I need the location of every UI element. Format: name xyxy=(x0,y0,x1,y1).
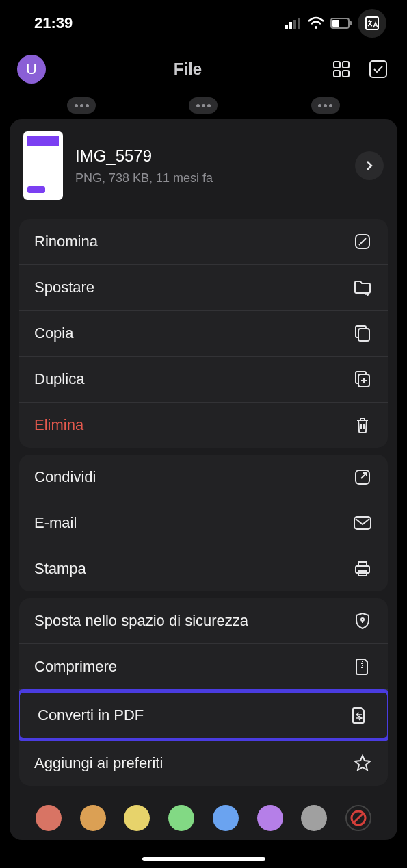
favorite-button[interactable]: Aggiungi ai preferiti xyxy=(19,741,388,786)
share-button[interactable]: Condividi xyxy=(19,455,388,500)
secure-space-button[interactable]: Sposta nello spazio di sicurezza xyxy=(19,598,388,644)
color-tags xyxy=(10,793,397,834)
status-time: 21:39 xyxy=(34,14,73,32)
color-tag-red[interactable] xyxy=(36,805,62,831)
battery-icon xyxy=(330,18,352,29)
edit-icon xyxy=(352,231,373,252)
print-button[interactable]: Stampa xyxy=(19,546,388,591)
svg-rect-12 xyxy=(343,71,349,77)
cellular-icon xyxy=(285,18,302,29)
more-icon xyxy=(311,97,340,114)
color-tag-blue[interactable] xyxy=(213,805,239,831)
menu-label: Stampa xyxy=(34,560,86,578)
color-tag-orange[interactable] xyxy=(80,805,106,831)
svg-rect-15 xyxy=(358,329,369,341)
no-color-icon xyxy=(347,806,370,830)
select-icon[interactable] xyxy=(367,58,390,81)
svg-rect-2 xyxy=(293,20,296,29)
header-actions xyxy=(330,58,390,81)
color-tag-green[interactable] xyxy=(168,805,194,831)
mail-icon xyxy=(352,513,373,533)
svg-rect-6 xyxy=(332,20,339,27)
menu-label: Spostare xyxy=(34,279,94,296)
menu-label: Condividi xyxy=(34,468,96,486)
rename-button[interactable]: Rinomina xyxy=(19,219,388,265)
background-hints xyxy=(0,94,407,119)
action-sheet: IMG_5579 PNG, 738 KB, 11 mesi fa Rinomin… xyxy=(10,119,397,840)
duplicate-button[interactable]: Duplica xyxy=(19,357,388,403)
menu-label: Elimina xyxy=(34,416,83,434)
menu-group-tools: Sposta nello spazio di sicurezza Comprim… xyxy=(19,598,388,786)
menu-label: Comprimere xyxy=(34,658,117,676)
delete-button[interactable]: Elimina xyxy=(19,403,388,448)
menu-label: E-mail xyxy=(34,514,77,532)
share-icon xyxy=(352,467,373,487)
email-button[interactable]: E-mail xyxy=(19,500,388,546)
color-tag-yellow[interactable] xyxy=(124,805,150,831)
svg-rect-1 xyxy=(289,22,292,29)
menu-label: Rinomina xyxy=(34,233,98,251)
menu-group-share: Condividi E-mail Stampa xyxy=(19,455,388,591)
status-icons xyxy=(285,9,386,38)
svg-point-22 xyxy=(361,618,364,621)
color-tag-purple[interactable] xyxy=(257,805,283,831)
app-header: U File xyxy=(0,41,407,94)
chevron-right-icon xyxy=(363,159,376,172)
svg-rect-0 xyxy=(285,25,288,29)
svg-point-4 xyxy=(315,26,317,29)
convert-pdf-button[interactable]: Converti in PDF xyxy=(19,689,388,741)
file-header[interactable]: IMG_5579 PNG, 738 KB, 11 mesi fa xyxy=(10,119,397,212)
trash-icon xyxy=(352,415,373,435)
menu-label: Duplica xyxy=(34,370,84,388)
file-info: IMG_5579 PNG, 738 KB, 11 mesi fa xyxy=(75,146,343,186)
menu-label: Sposta nello spazio di sicurezza xyxy=(34,612,248,630)
color-tag-gray[interactable] xyxy=(301,805,327,831)
svg-rect-9 xyxy=(334,62,340,68)
print-icon xyxy=(352,559,373,579)
file-meta: PNG, 738 KB, 11 mesi fa xyxy=(75,171,343,186)
more-icon xyxy=(67,97,96,114)
zip-icon xyxy=(352,656,373,677)
wifi-icon xyxy=(307,16,325,30)
status-bar: 21:39 xyxy=(0,0,407,41)
file-name: IMG_5579 xyxy=(75,146,343,166)
svg-rect-10 xyxy=(343,62,349,68)
menu-label: Converti in PDF xyxy=(38,706,144,724)
svg-rect-7 xyxy=(350,21,352,25)
more-icon xyxy=(189,97,218,114)
svg-rect-11 xyxy=(334,71,340,77)
svg-rect-18 xyxy=(354,517,371,529)
copy-icon xyxy=(352,323,373,344)
svg-line-24 xyxy=(354,813,363,823)
color-tag-none[interactable] xyxy=(345,805,371,831)
menu-label: Aggiungi ai preferiti xyxy=(34,754,163,772)
svg-rect-3 xyxy=(298,18,300,29)
page-title: File xyxy=(174,60,202,79)
svg-rect-8 xyxy=(366,17,378,29)
star-icon xyxy=(352,753,373,774)
folder-move-icon xyxy=(352,277,373,298)
copy-button[interactable]: Copia xyxy=(19,311,388,357)
menu-group-file: Rinomina Spostare Copia Duplica Elimina xyxy=(19,219,388,448)
file-thumbnail xyxy=(23,131,63,200)
duplicate-icon xyxy=(352,369,373,390)
avatar[interactable]: U xyxy=(17,55,46,84)
translate-icon[interactable] xyxy=(358,9,386,38)
svg-rect-13 xyxy=(370,61,386,77)
grid-view-icon[interactable] xyxy=(330,58,353,81)
compress-button[interactable]: Comprimere xyxy=(19,644,388,690)
svg-rect-20 xyxy=(358,562,367,566)
move-button[interactable]: Spostare xyxy=(19,265,388,311)
pdf-icon xyxy=(349,705,369,726)
menu-label: Copia xyxy=(34,324,73,342)
shield-icon xyxy=(352,611,373,631)
file-details-button[interactable] xyxy=(355,151,384,180)
home-indicator[interactable] xyxy=(142,857,265,861)
